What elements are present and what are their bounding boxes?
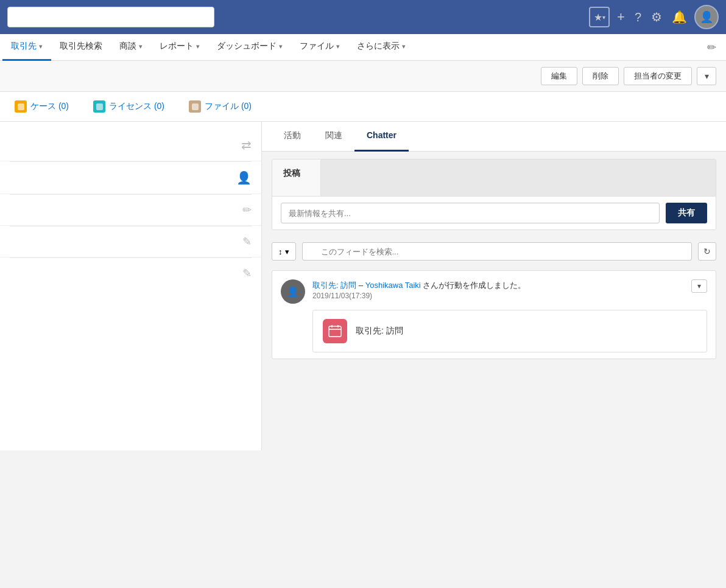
nav-chevron-report: ▾ (196, 43, 200, 51)
transfer-icon: ⇄ (241, 138, 252, 152)
notifications-btn[interactable]: 🔔 (669, 7, 689, 27)
refresh-button[interactable]: ↻ (698, 242, 716, 261)
feed-controls: ↕ ▾ 🔍 ↻ (262, 237, 726, 265)
feed-separator: – (359, 281, 365, 290)
left-panel: ⇄ 👤 ✏ ✎ ✎ (0, 122, 262, 450)
feed-action-text: さんが行動を作成しました。 (423, 281, 526, 290)
nav-chevron-more: ▾ (402, 43, 406, 51)
gear-icon: ⚙ (651, 10, 662, 24)
left-panel-row-2: 👤 (0, 162, 261, 194)
nav-label-more: さらに表示 (357, 41, 400, 52)
edit-icon-2: ✎ (242, 235, 252, 248)
share-input[interactable] (281, 203, 660, 223)
add-btn[interactable]: + (615, 7, 627, 27)
tab-activity-label: 活動 (284, 130, 301, 140)
feed-search-input[interactable] (302, 242, 693, 261)
person-icon: 👤 (236, 170, 252, 185)
share-button[interactable]: 共有 (666, 203, 707, 223)
nav-label-report: レポート (160, 41, 194, 52)
nav-item-shodan[interactable]: 商談 ▾ (111, 34, 151, 61)
chatter-tabs: 活動 関連 Chatter (262, 122, 726, 152)
svg-rect-2 (192, 103, 199, 110)
svg-rect-0 (18, 103, 24, 110)
nav-chevron-file: ▾ (336, 43, 340, 51)
add-icon: + (617, 9, 625, 24)
feed-avatar-icon: 👤 (287, 286, 299, 298)
avatar-initials: 👤 (700, 10, 713, 24)
related-label-file: ファイル (0) (205, 101, 252, 112)
tab-related[interactable]: 関連 (313, 122, 354, 152)
nav-label-dashboard: ダッシュボード (217, 41, 277, 52)
sort-button[interactable]: ↕ ▾ (272, 242, 296, 261)
chatter-post-box: 投稿 共有 (272, 159, 716, 230)
nav-item-dashboard[interactable]: ダッシュボード ▾ (208, 34, 291, 61)
visit-card: 取引先: 訪問 (312, 310, 707, 352)
feed-meta-line: 取引先: 訪問 – Yoshikawa Taiki さんが行動を作成しました。 (312, 279, 684, 292)
nav-chevron-shodan: ▾ (139, 43, 143, 51)
nav-edit-btn[interactable]: ✏ (700, 41, 724, 54)
edit-icon-1: ✏ (242, 203, 252, 217)
related-link-file[interactable]: ファイル (0) (189, 100, 252, 113)
tab-chatter[interactable]: Chatter (354, 122, 409, 152)
edit-button[interactable]: 編集 (541, 67, 577, 85)
svg-rect-3 (329, 326, 341, 337)
top-nav-icons: ★ ▾ + ? ⚙ 🔔 👤 (589, 5, 719, 29)
related-link-case[interactable]: ケース (0) (15, 100, 69, 113)
favorite-btn[interactable]: ★ ▾ (589, 7, 610, 27)
help-btn[interactable]: ? (632, 8, 644, 27)
delete-button[interactable]: 削除 (582, 67, 619, 85)
toolbar-more-dropdown[interactable]: ▾ (697, 67, 716, 85)
nav-item-report[interactable]: レポート ▾ (151, 34, 208, 61)
post-label: 投稿 (272, 159, 321, 196)
tab-chatter-label: Chatter (367, 130, 396, 140)
feed-link-visit[interactable]: 取引先: 訪問 (312, 281, 356, 290)
left-panel-row-1: ⇄ (0, 129, 261, 161)
nav-chevron-dashboard: ▾ (279, 43, 283, 51)
left-panel-row-5: ✎ (0, 258, 261, 289)
sort-icon: ↕ (278, 247, 283, 256)
secondary-nav: 取引先 ▾ 取引先検索 商談 ▾ レポート ▾ ダッシュボード ▾ ファイル ▾… (0, 34, 726, 61)
nav-label-file: ファイル (300, 41, 334, 52)
visit-title: 取引先: 訪問 (356, 326, 403, 337)
feed-search-wrap: 🔍 (302, 242, 693, 261)
share-row: 共有 (272, 196, 716, 229)
change-owner-button[interactable]: 担当者の変更 (624, 67, 692, 85)
nav-label-shodan: 商談 (119, 41, 136, 52)
help-icon: ? (635, 10, 641, 24)
feed-dropdown-icon: ▾ (697, 282, 701, 290)
right-panel: 活動 関連 Chatter 投稿 共有 (262, 122, 726, 450)
feed-item-header: 👤 取引先: 訪問 – Yoshikawa Taiki さんが行動を作成しました… (281, 279, 707, 304)
star-icon: ★ (594, 12, 602, 23)
nav-label-torihikisaki-search: 取引先検索 (60, 41, 102, 52)
feed-link-user[interactable]: Yoshikawa Taiki (365, 281, 421, 290)
left-panel-row-4: ✎ (0, 226, 261, 257)
post-input-area[interactable] (321, 159, 716, 196)
svg-rect-1 (96, 103, 103, 110)
search-input[interactable] (7, 7, 214, 27)
related-label-case: ケース (0) (30, 101, 69, 112)
post-content-area: 投稿 (272, 159, 716, 196)
toolbar: 編集 削除 担当者の変更 ▾ (0, 61, 726, 92)
avatar[interactable]: 👤 (694, 5, 719, 29)
refresh-icon: ↻ (703, 247, 711, 256)
nav-label-torihikisaki: 取引先 (11, 41, 37, 52)
calendar-icon (323, 319, 347, 343)
bell-icon: 🔔 (672, 10, 687, 24)
tab-related-label: 関連 (325, 130, 342, 140)
nav-item-torikihsaki[interactable]: 取引先 ▾ (2, 34, 51, 61)
related-link-license[interactable]: ライセンス (0) (93, 100, 164, 113)
nav-item-more[interactable]: さらに表示 ▾ (348, 34, 414, 61)
feed-item: 👤 取引先: 訪問 – Yoshikawa Taiki さんが行動を作成しました… (272, 270, 716, 359)
favorite-dropdown-icon: ▾ (602, 14, 605, 21)
related-bar: ケース (0) ライセンス (0) ファイル (0) (0, 92, 726, 122)
chevron-down-icon: ▾ (705, 71, 709, 81)
tab-activity[interactable]: 活動 (272, 122, 313, 152)
left-panel-row-3: ✏ (0, 195, 261, 226)
settings-btn[interactable]: ⚙ (649, 7, 664, 27)
nav-item-file[interactable]: ファイル ▾ (291, 34, 348, 61)
top-nav: ★ ▾ + ? ⚙ 🔔 👤 (0, 0, 726, 34)
related-label-license: ライセンス (0) (109, 101, 164, 112)
nav-item-torihikisaki-search[interactable]: 取引先検索 (51, 34, 111, 61)
feed-avatar: 👤 (281, 279, 305, 304)
feed-item-dropdown[interactable]: ▾ (691, 279, 707, 293)
